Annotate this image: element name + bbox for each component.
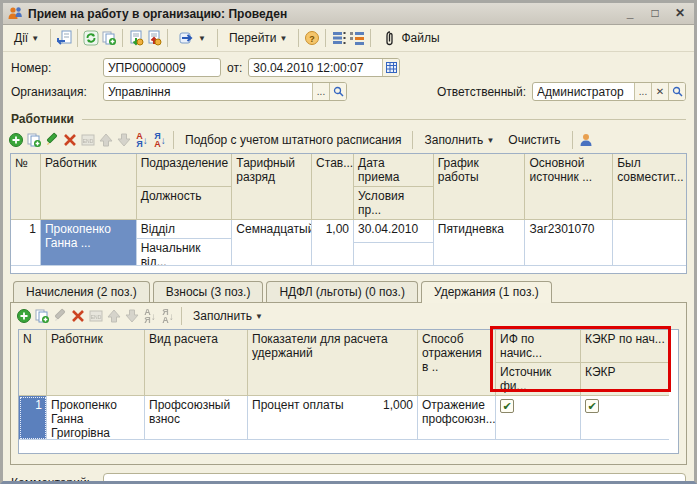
if-checkbox[interactable]: ✔	[500, 399, 514, 413]
responsible-search-icon[interactable]	[668, 83, 685, 100]
col-header-hiredate-conditions[interactable]: Дата приема Условия пр...	[354, 154, 434, 220]
list-settings-icon[interactable]	[331, 30, 347, 46]
minimize-button[interactable]: _	[620, 6, 640, 22]
col-header-calc-type[interactable]: Вид расчета	[145, 330, 248, 396]
col-header-if-source[interactable]: Источник фи...	[496, 363, 580, 395]
col-header-conditions[interactable]: Условия пр...	[354, 187, 433, 219]
cell-if-checkbox[interactable]: ✔	[496, 396, 581, 440]
cell-department[interactable]: Відділ	[137, 220, 232, 239]
col-header-employee[interactable]: Работник	[47, 330, 145, 396]
organization-search-icon[interactable]	[329, 83, 346, 100]
organization-ellipsis-button[interactable]: ...	[312, 83, 329, 100]
restore-settings-icon[interactable]	[349, 30, 365, 46]
col-header-kekr-group[interactable]: КЭКР по нач...	[581, 330, 669, 363]
cell-employee[interactable]: Прокопенко Ганна Григорівна	[47, 396, 145, 440]
cell-rate[interactable]: 1,00	[312, 220, 354, 266]
delete-row-icon[interactable]	[62, 132, 78, 148]
number-input[interactable]: УПР00000009	[103, 58, 221, 77]
col-header-num[interactable]: N	[19, 330, 47, 396]
col-header-if-group[interactable]: ИФ по начис...	[496, 330, 580, 363]
sort-ascending-icon[interactable]: АЯ↓	[134, 132, 150, 148]
cell-indicators[interactable]: Процент оплаты 1,000	[248, 396, 418, 440]
col-header-position[interactable]: Должность	[137, 187, 232, 219]
col-header-num[interactable]: №	[11, 154, 41, 220]
tab-contributions[interactable]: Взносы (3 поз.)	[153, 281, 264, 302]
cell-conditions[interactable]	[354, 243, 433, 265]
col-header-kekr[interactable]: КЭКР по нач... КЭКР	[581, 330, 669, 396]
edit-row-icon[interactable]	[52, 308, 68, 324]
add-row-icon[interactable]	[16, 308, 32, 324]
col-header-schedule[interactable]: График работы	[434, 154, 526, 220]
clear-button[interactable]: Очистить	[502, 130, 566, 150]
help-icon[interactable]: ?	[304, 30, 320, 46]
col-header-department-position[interactable]: Подразделение Должность	[137, 154, 233, 220]
move-up-icon[interactable]	[98, 132, 114, 148]
edit-row-icon[interactable]	[44, 132, 60, 148]
actions-menu-button[interactable]: Дії ▼	[8, 28, 45, 48]
employee-card-icon[interactable]	[578, 132, 594, 148]
cell-employee[interactable]: Прокопенко Ганна ...	[41, 220, 137, 266]
copy-row-icon[interactable]	[34, 308, 50, 324]
col-header-department[interactable]: Подразделение	[137, 154, 232, 187]
cell-hire-date[interactable]: 30.04.2010	[354, 220, 433, 243]
move-down-icon[interactable]	[124, 308, 140, 324]
refresh-icon[interactable]	[83, 30, 99, 46]
organization-input[interactable]: Управління ...	[103, 82, 347, 101]
workers-table-row[interactable]: 1 Прокопенко Ганна ... Відділ Начальник …	[11, 220, 686, 266]
col-header-parttime[interactable]: Был совместит...	[613, 154, 686, 220]
deductions-table-row[interactable]: 1 Прокопенко Ганна Григорівна Профсоюзны…	[19, 396, 678, 440]
col-header-source[interactable]: Основной источник ...	[525, 154, 613, 220]
end-date-icon[interactable]: END	[88, 308, 104, 324]
sort-descending-icon[interactable]: ЯА↓	[160, 308, 176, 324]
cell-department-position[interactable]: Відділ Начальник від...	[137, 220, 233, 266]
sort-ascending-icon[interactable]: АЯ↓	[142, 308, 158, 324]
fill-menu-button[interactable]: Заполнить ▼	[418, 130, 500, 150]
sort-descending-icon[interactable]: ЯА↓	[152, 132, 168, 148]
responsible-ellipsis-button[interactable]: ...	[634, 83, 651, 100]
col-header-reflection[interactable]: Способ отражения в ..	[418, 330, 496, 396]
responsible-clear-button[interactable]: ✕	[651, 83, 668, 100]
kekr-checkbox[interactable]: ✔	[585, 399, 599, 413]
fill-menu-button[interactable]: Заполнить ▼	[187, 306, 269, 326]
calendar-button[interactable]	[382, 59, 399, 76]
end-date-icon[interactable]: END	[80, 132, 96, 148]
tab-accruals[interactable]: Начисления (2 поз.)	[13, 281, 150, 302]
cell-parttime[interactable]	[613, 220, 686, 266]
cell-indicator-name[interactable]: Процент оплаты	[252, 398, 383, 437]
col-header-employee[interactable]: Работник	[41, 154, 137, 220]
subordination-structure-button[interactable]: ▼	[173, 27, 212, 49]
cell-kekr-checkbox[interactable]: ✔	[581, 396, 669, 440]
move-up-icon[interactable]	[106, 308, 122, 324]
unpost-document-icon[interactable]	[146, 30, 162, 46]
col-header-if[interactable]: ИФ по начис... Источник фи...	[496, 330, 581, 396]
move-down-icon[interactable]	[116, 132, 132, 148]
staff-pick-button[interactable]: Подбор с учетом штатного расписания	[179, 130, 407, 150]
cell-schedule[interactable]: Пятидневка	[434, 220, 526, 266]
cell-position[interactable]: Начальник від...	[137, 239, 232, 266]
col-header-rate[interactable]: Став...	[312, 154, 354, 220]
close-button[interactable]: ✕	[670, 6, 690, 22]
col-header-indicators[interactable]: Показатели для расчета удержаний	[248, 330, 418, 396]
post-document-icon[interactable]	[128, 30, 144, 46]
cell-indicator-value[interactable]: 1,000	[383, 398, 413, 437]
cell-reflection[interactable]: Отражение профсоюзн...	[418, 396, 496, 440]
delete-row-icon[interactable]	[70, 308, 86, 324]
goto-menu-button[interactable]: Перейти ▼	[223, 28, 293, 48]
tab-deductions[interactable]: Удержания (1 поз.)	[421, 281, 552, 303]
comment-input[interactable]	[103, 473, 686, 484]
tab-ndfl[interactable]: НДФЛ (льготы) (0 поз.)	[266, 281, 418, 302]
attached-files-button[interactable]: Файлы	[376, 27, 445, 49]
col-header-hire-date[interactable]: Дата приема	[354, 154, 433, 187]
reread-icon[interactable]	[56, 30, 72, 46]
cell-hiredate-conditions[interactable]: 30.04.2010	[354, 220, 434, 266]
date-input[interactable]: 30.04.2010 12:00:07	[248, 58, 400, 77]
col-header-grade[interactable]: Тарифный разряд	[232, 154, 312, 220]
copy-row-icon[interactable]	[26, 132, 42, 148]
cell-source[interactable]: Заг2301070	[525, 220, 613, 266]
cell-num[interactable]: 1	[11, 220, 41, 266]
cell-calc-type[interactable]: Профсоюзный взнос	[145, 396, 248, 440]
cell-grade[interactable]: Семнадцатый	[232, 220, 312, 266]
maximize-button[interactable]: □	[645, 6, 665, 22]
add-row-icon[interactable]	[8, 132, 24, 148]
col-header-kekr-code[interactable]: КЭКР	[581, 363, 669, 395]
